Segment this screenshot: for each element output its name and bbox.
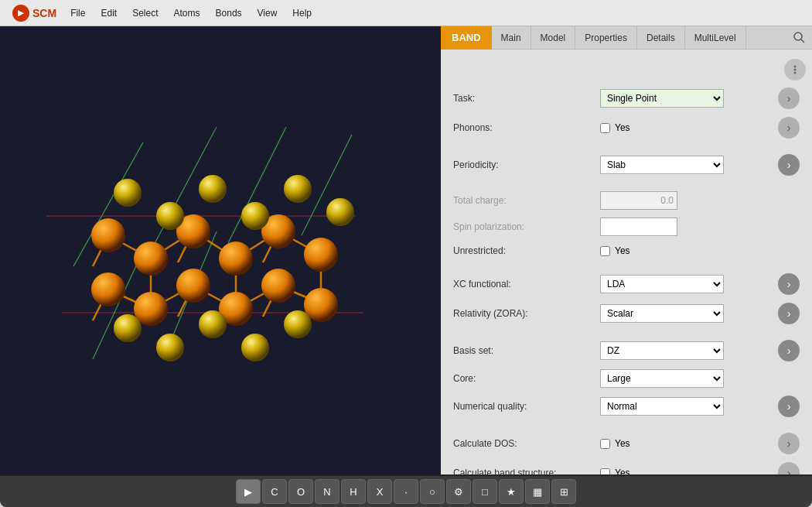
tool-circle[interactable]: ○ — [420, 479, 445, 504]
tool-x[interactable]: X — [367, 479, 392, 504]
svg-point-43 — [156, 202, 184, 230]
dos-label: Calculate DOS: — [453, 438, 600, 449]
logo-icon: ▶ — [12, 5, 29, 22]
svg-point-34 — [91, 272, 125, 307]
tab-multilevel[interactable]: MultiLevel — [685, 26, 746, 50]
scm-logo[interactable]: ▶ SCM — [6, 2, 63, 25]
menu-icon — [790, 64, 800, 75]
core-row: Core: Large Small None — [441, 365, 812, 392]
relativity-arrow[interactable]: › — [778, 303, 800, 324]
dos-row: Calculate DOS: Yes › — [441, 429, 812, 458]
svg-point-45 — [326, 198, 354, 226]
tab-properties[interactable]: Properties — [575, 26, 637, 50]
tool-expand[interactable]: ⊞ — [551, 479, 576, 504]
panel-menu-button[interactable] — [784, 59, 806, 81]
svg-point-51 — [794, 33, 802, 40]
menu-view[interactable]: View — [250, 3, 285, 23]
svg-point-35 — [176, 269, 210, 303]
tab-details[interactable]: Details — [637, 26, 685, 50]
search-button[interactable] — [787, 32, 812, 44]
task-arrow[interactable]: › — [778, 87, 800, 109]
svg-point-31 — [134, 242, 168, 276]
relativity-select[interactable]: Scalar Spinorbit None — [600, 304, 724, 323]
spin-pol-label: Spin polarization: — [453, 221, 600, 232]
logo-text: SCM — [32, 7, 56, 19]
core-select[interactable]: Large Small None — [600, 369, 724, 388]
numqual-select[interactable]: Normal Good Excellent — [600, 397, 724, 416]
menu-atoms[interactable]: Atoms — [166, 3, 208, 23]
tool-o[interactable]: O — [288, 479, 313, 504]
tool-c[interactable]: C — [262, 479, 287, 504]
task-label: Task: — [453, 93, 600, 104]
tool-n[interactable]: N — [315, 479, 339, 504]
tool-gear[interactable]: ⚙ — [446, 479, 471, 504]
relativity-label: Relativity (ZORA): — [453, 308, 600, 319]
band-control: Yes — [600, 468, 772, 474]
svg-point-36 — [261, 269, 295, 303]
tool-h[interactable]: H — [341, 479, 366, 504]
phonons-row: Phonons: Yes › — [441, 113, 812, 142]
menu-file[interactable]: File — [63, 3, 93, 23]
svg-point-50 — [241, 334, 269, 361]
dos-arrow[interactable]: › — [778, 433, 800, 454]
periodicity-select[interactable]: Slab Bulk Chain Molecule — [600, 156, 724, 174]
basis-control: DZ DZP TZ TZP — [600, 341, 772, 360]
spin-pol-input[interactable] — [600, 218, 677, 236]
svg-point-42 — [284, 175, 312, 203]
basis-arrow[interactable]: › — [778, 340, 800, 361]
relativity-row: Relativity (ZORA): Scalar Spinorbit None… — [441, 299, 812, 328]
xc-arrow[interactable]: › — [778, 273, 800, 295]
tab-band[interactable]: BAND — [441, 26, 492, 50]
band-arrow[interactable]: › — [778, 462, 800, 474]
xc-label: XC functional: — [453, 279, 600, 289]
svg-point-47 — [199, 310, 227, 338]
search-icon — [793, 32, 806, 44]
unrestricted-yes: Yes — [615, 245, 630, 256]
unrestricted-row: Unrestricted: Yes — [441, 240, 812, 262]
tool-grid[interactable]: ▦ — [525, 479, 550, 504]
svg-point-40 — [114, 179, 142, 207]
molecule-viewer — [0, 26, 441, 474]
total-charge-input[interactable] — [600, 191, 677, 210]
tab-model[interactable]: Model — [531, 26, 576, 50]
svg-point-54 — [794, 69, 797, 71]
unrestricted-checkbox[interactable] — [600, 246, 610, 256]
band-checkbox[interactable] — [600, 468, 610, 475]
numqual-label: Numerical quality: — [453, 401, 600, 412]
phonons-label: Phonons: — [453, 122, 600, 133]
menu-edit[interactable]: Edit — [93, 3, 125, 23]
basis-label: Basis set: — [453, 345, 600, 356]
spin-pol-row: Spin polarization: — [441, 214, 812, 240]
menu-select[interactable]: Select — [125, 3, 165, 23]
phonons-arrow[interactable]: › — [778, 117, 800, 139]
xc-select[interactable]: LDA GGA Hybrid — [600, 275, 724, 293]
menu-help[interactable]: Help — [285, 3, 319, 23]
tool-dot[interactable]: · — [394, 479, 418, 504]
phonons-checkbox[interactable] — [600, 123, 610, 133]
tool-square[interactable]: □ — [473, 479, 497, 504]
svg-point-32 — [219, 242, 253, 276]
svg-point-49 — [156, 334, 184, 361]
numqual-arrow[interactable]: › — [778, 396, 800, 417]
xc-row: XC functional: LDA GGA Hybrid › — [441, 269, 812, 299]
menubar: ▶ SCM File Edit Select Atoms Bonds View … — [0, 0, 812, 26]
basis-row: Basis set: DZ DZP TZ TZP › — [441, 336, 812, 365]
bottom-toolbar: ▶ C O N H X · ○ ⚙ □ ★ ▦ ⊞ — [0, 474, 812, 507]
tab-bar: BAND Main Model Properties Details Multi… — [441, 26, 812, 50]
svg-line-52 — [801, 39, 804, 43]
band-label: Calculate band structure: — [453, 468, 600, 474]
unrestricted-label: Unrestricted: — [453, 245, 600, 256]
task-row: Task: Single Point Geometry Optimization… — [441, 84, 812, 113]
dos-checkbox[interactable] — [600, 439, 610, 449]
svg-point-46 — [114, 314, 142, 342]
tab-main[interactable]: Main — [492, 26, 531, 50]
task-select[interactable]: Single Point Geometry Optimization Frequ… — [600, 89, 724, 108]
tool-star[interactable]: ★ — [499, 479, 524, 504]
settings-panel: Task: Single Point Geometry Optimization… — [441, 50, 812, 474]
basis-select[interactable]: DZ DZP TZ TZP — [600, 341, 724, 360]
tool-pointer[interactable]: ▶ — [236, 479, 261, 504]
menu-bonds[interactable]: Bonds — [208, 3, 250, 23]
phonons-yes: Yes — [615, 122, 630, 133]
relativity-control: Scalar Spinorbit None — [600, 304, 772, 323]
periodicity-arrow[interactable]: › — [778, 154, 800, 176]
